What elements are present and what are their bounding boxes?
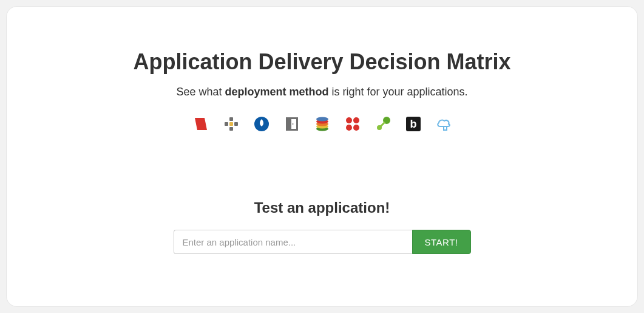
- start-button[interactable]: START!: [412, 230, 471, 254]
- svg-rect-3: [225, 122, 228, 126]
- letter-b-icon: b: [405, 115, 422, 132]
- svg-rect-1: [229, 117, 233, 121]
- plus-icon: [223, 115, 240, 132]
- four-dots-icon: [344, 115, 361, 132]
- page-subtitle: See what deployment method is right for …: [176, 86, 467, 98]
- svg-rect-2: [229, 127, 233, 131]
- layers-icon: [314, 115, 331, 132]
- svg-point-15: [346, 117, 352, 123]
- subtitle-suffix: is right for your applications.: [328, 86, 467, 98]
- svg-point-9: [292, 123, 293, 125]
- svg-rect-4: [234, 122, 238, 126]
- svg-marker-0: [195, 118, 207, 130]
- main-panel: Application Delivery Decision Matrix See…: [6, 6, 638, 307]
- flame-circle-icon: [253, 115, 270, 132]
- svg-point-16: [353, 117, 359, 123]
- svg-point-17: [346, 125, 352, 131]
- door-icon: [283, 115, 300, 132]
- svg-line-21: [381, 122, 385, 126]
- subtitle-bold: deployment method: [225, 86, 328, 98]
- svg-point-14: [316, 117, 328, 122]
- svg-rect-8: [291, 119, 296, 129]
- deployment-icons-row: b: [192, 115, 452, 132]
- application-name-input[interactable]: [174, 230, 412, 254]
- svg-rect-5: [229, 122, 233, 126]
- green-dots-icon: [375, 115, 391, 132]
- test-input-group: START!: [174, 230, 471, 254]
- svg-text:b: b: [410, 118, 416, 130]
- subtitle-prefix: See what: [176, 86, 225, 98]
- test-heading: Test an application!: [254, 199, 390, 216]
- page-title: Application Delivery Decision Matrix: [133, 49, 510, 75]
- svg-point-18: [353, 125, 359, 131]
- cloud-icon: [435, 115, 452, 132]
- thinapp-icon: [192, 115, 209, 132]
